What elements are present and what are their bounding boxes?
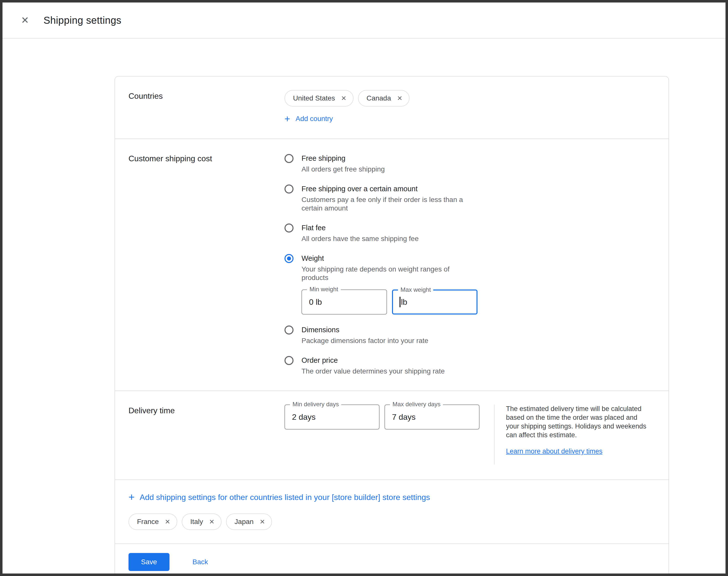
- chip-label: Canada: [367, 94, 391, 102]
- chip-label: France: [137, 518, 159, 526]
- add-country-button[interactable]: + Add country: [285, 114, 333, 123]
- other-country-chips: France ✕ Italy ✕ Japan ✕: [128, 514, 655, 530]
- option-title: Free shipping: [301, 153, 385, 163]
- chip-label: Italy: [190, 518, 203, 526]
- radio-button[interactable]: [285, 254, 293, 263]
- save-button[interactable]: Save: [128, 553, 170, 571]
- radio-button[interactable]: [285, 184, 293, 194]
- text-caret: [400, 297, 401, 307]
- plus-icon: +: [128, 492, 135, 502]
- radio-option-flat-fee[interactable]: Flat fee All orders have the same shippi…: [285, 223, 477, 243]
- option-description: Package dimensions factor into your rate: [301, 337, 428, 345]
- min-delivery-days-field[interactable]: Min delivery days 2 days: [285, 404, 379, 430]
- option-text: Free shipping All orders get free shippi…: [301, 153, 385, 173]
- option-title: Weight: [301, 254, 477, 263]
- option-title: Dimensions: [301, 325, 428, 335]
- settings-card: Countries United States ✕ Canada ✕ + Add…: [115, 76, 669, 576]
- shipping-settings-window: ✕ Shipping settings Countries United Sta…: [0, 0, 728, 576]
- option-text: Order price The order value determines y…: [301, 355, 445, 375]
- remove-country-icon[interactable]: ✕: [397, 95, 403, 102]
- countries-section: Countries United States ✕ Canada ✕ + Add…: [115, 77, 669, 139]
- countries-label: Countries: [128, 90, 285, 123]
- max-delivery-days-value: 7 days: [392, 412, 415, 422]
- footer-actions: Save Back: [115, 544, 669, 576]
- min-delivery-days-value: 2 days: [292, 412, 316, 422]
- add-shipping-settings-button[interactable]: + Add shipping settings for other countr…: [128, 492, 430, 502]
- country-chips: United States ✕ Canada ✕: [285, 90, 409, 107]
- radio-button[interactable]: [285, 356, 293, 365]
- country-chip-italy[interactable]: Italy ✕: [182, 514, 222, 530]
- option-title: Flat fee: [301, 223, 419, 232]
- country-chip-france[interactable]: France ✕: [128, 514, 177, 530]
- max-weight-value: lb: [401, 297, 407, 307]
- max-delivery-days-field[interactable]: Max delivery days 7 days: [384, 404, 479, 430]
- remove-country-icon[interactable]: ✕: [209, 518, 214, 525]
- countries-content: United States ✕ Canada ✕ + Add country: [285, 90, 409, 123]
- top-bar: ✕ Shipping settings: [2, 2, 726, 38]
- option-description: Customers pay a fee only if their order …: [301, 196, 477, 212]
- country-chip-united-states[interactable]: United States ✕: [285, 90, 353, 107]
- min-weight-field[interactable]: Min weight 0 lb: [301, 289, 387, 315]
- option-text: Weight Your shipping rate depends on wei…: [301, 254, 477, 315]
- remove-country-icon[interactable]: ✕: [341, 95, 347, 102]
- option-title: Order price: [301, 355, 445, 365]
- option-text: Free shipping over a certain amount Cust…: [301, 184, 477, 212]
- weight-fields: Min weight 0 lb Max weight lb: [301, 289, 477, 315]
- radio-button[interactable]: [285, 325, 293, 335]
- add-shipping-settings-label: Add shipping settings for other countrie…: [140, 493, 430, 502]
- radio-option-free-over-amount[interactable]: Free shipping over a certain amount Cust…: [285, 184, 477, 212]
- min-delivery-days-label: Min delivery days: [290, 401, 341, 407]
- max-weight-field[interactable]: Max weight lb: [392, 289, 477, 315]
- back-button[interactable]: Back: [190, 557, 211, 567]
- option-description: The order value determines your shipping…: [301, 367, 445, 375]
- radio-button[interactable]: [285, 224, 293, 232]
- delivery-time-label: Delivery time: [128, 404, 285, 464]
- delivery-info-column: The estimated delivery time will be calc…: [506, 404, 651, 464]
- radio-option-free-shipping[interactable]: Free shipping All orders get free shippi…: [285, 153, 477, 173]
- chip-label: United States: [293, 94, 335, 102]
- other-countries-section: + Add shipping settings for other countr…: [115, 480, 669, 544]
- remove-country-icon[interactable]: ✕: [165, 518, 170, 525]
- max-weight-field-label: Max weight: [398, 287, 433, 293]
- option-title: Free shipping over a certain amount: [301, 184, 477, 194]
- shipping-cost-label: Customer shipping cost: [128, 152, 285, 375]
- delivery-content: Min delivery days 2 days Max delivery da…: [285, 404, 651, 464]
- delivery-time-section: Delivery time Min delivery days 2 days M…: [115, 391, 669, 480]
- plus-icon: +: [285, 114, 290, 123]
- option-text: Dimensions Package dimensions factor int…: [301, 325, 428, 345]
- radio-option-weight[interactable]: Weight Your shipping rate depends on wei…: [285, 254, 477, 315]
- close-icon[interactable]: ✕: [19, 16, 31, 25]
- add-country-label: Add country: [295, 115, 333, 123]
- shipping-cost-section: Customer shipping cost Free shipping All…: [115, 139, 669, 391]
- min-weight-field-label: Min weight: [307, 286, 341, 292]
- delivery-times-link[interactable]: Learn more about delivery times: [506, 448, 603, 455]
- delivery-info-text: The estimated delivery time will be calc…: [506, 404, 651, 439]
- option-description: All orders have the same shipping fee: [301, 234, 419, 243]
- radio-option-order-price[interactable]: Order price The order value determines y…: [285, 355, 477, 375]
- option-text: Flat fee All orders have the same shippi…: [301, 223, 419, 243]
- country-chip-canada[interactable]: Canada ✕: [358, 90, 409, 107]
- vertical-divider: [494, 404, 495, 464]
- country-chip-japan[interactable]: Japan ✕: [226, 514, 272, 530]
- option-description: Your shipping rate depends on weight ran…: [301, 265, 477, 282]
- page-title: Shipping settings: [43, 15, 121, 26]
- min-weight-value: 0 lb: [309, 297, 322, 307]
- chip-label: Japan: [234, 518, 254, 526]
- shipping-cost-options: Free shipping All orders get free shippi…: [285, 152, 477, 375]
- option-description: All orders get free shipping: [301, 165, 385, 173]
- remove-country-icon[interactable]: ✕: [260, 518, 265, 525]
- radio-option-dimensions[interactable]: Dimensions Package dimensions factor int…: [285, 325, 477, 345]
- radio-button[interactable]: [285, 154, 293, 163]
- max-delivery-days-label: Max delivery days: [390, 401, 443, 407]
